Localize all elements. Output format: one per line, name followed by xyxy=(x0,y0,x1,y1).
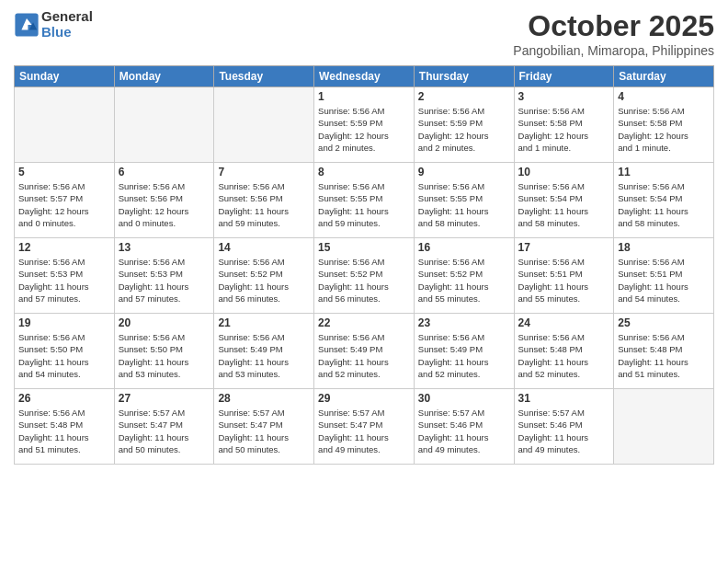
sunrise-text: Sunrise: 5:56 AM xyxy=(218,332,284,342)
sunset-text: Sunset: 5:55 PM xyxy=(318,193,382,203)
day-number: 3 xyxy=(518,90,610,103)
sunset-text: Sunset: 5:52 PM xyxy=(418,269,483,279)
sunrise-text: Sunrise: 5:56 AM xyxy=(119,332,185,342)
table-row: 18Sunrise: 5:56 AMSunset: 5:51 PMDayligh… xyxy=(614,238,714,314)
table-row: 31Sunrise: 5:57 AMSunset: 5:46 PMDayligh… xyxy=(514,389,614,465)
sunrise-text: Sunrise: 5:56 AM xyxy=(518,332,585,342)
day-number: 27 xyxy=(119,392,210,405)
sunset-text: Sunset: 5:59 PM xyxy=(318,118,382,128)
daylight-minutes-text: and 49 minutes. xyxy=(318,444,381,454)
day-info: Sunrise: 5:56 AMSunset: 5:56 PMDaylight:… xyxy=(218,180,310,229)
daylight-minutes-text: and 56 minutes. xyxy=(218,293,280,304)
sunset-text: Sunset: 5:54 PM xyxy=(618,193,682,203)
header-saturday: Saturday xyxy=(614,66,714,87)
header-monday: Monday xyxy=(114,66,214,87)
day-number: 16 xyxy=(418,241,510,254)
table-row: 4Sunrise: 5:56 AMSunset: 5:58 PMDaylight… xyxy=(614,87,714,163)
day-number: 5 xyxy=(18,166,110,178)
day-number: 8 xyxy=(318,166,410,178)
table-row: 30Sunrise: 5:57 AMSunset: 5:46 PMDayligh… xyxy=(414,389,514,465)
day-number: 25 xyxy=(618,316,710,329)
daylight-minutes-text: and 52 minutes. xyxy=(318,369,381,379)
sunset-text: Sunset: 5:52 PM xyxy=(318,269,382,279)
sunrise-text: Sunrise: 5:56 AM xyxy=(618,181,684,191)
daylight-minutes-text: and 52 minutes. xyxy=(518,369,581,379)
table-row: 15Sunrise: 5:56 AMSunset: 5:52 PMDayligh… xyxy=(314,238,415,314)
daylight-minutes-text: and 0 minutes. xyxy=(119,218,176,228)
sunset-text: Sunset: 5:54 PM xyxy=(518,193,583,203)
daylight-minutes-text: and 59 minutes. xyxy=(318,218,381,228)
sunrise-text: Sunrise: 5:56 AM xyxy=(318,181,384,191)
daylight-hours-label: Daylight: 12 hours xyxy=(518,131,589,141)
day-info: Sunrise: 5:57 AMSunset: 5:46 PMDaylight:… xyxy=(418,407,510,455)
daylight-minutes-text: and 57 minutes. xyxy=(18,293,81,304)
table-row: 17Sunrise: 5:56 AMSunset: 5:51 PMDayligh… xyxy=(514,238,614,314)
table-row: 25Sunrise: 5:56 AMSunset: 5:48 PMDayligh… xyxy=(614,314,714,389)
day-info: Sunrise: 5:56 AMSunset: 5:52 PMDaylight:… xyxy=(218,256,310,304)
table-row: 10Sunrise: 5:56 AMSunset: 5:54 PMDayligh… xyxy=(514,163,614,238)
daylight-hours-label: Daylight: 11 hours xyxy=(518,357,589,367)
sunrise-text: Sunrise: 5:57 AM xyxy=(218,408,284,418)
header: General Blue October 2025 Pangobilian, M… xyxy=(14,9,714,58)
daylight-minutes-text: and 59 minutes. xyxy=(218,218,280,228)
sunrise-text: Sunrise: 5:56 AM xyxy=(119,181,185,191)
sunset-text: Sunset: 5:58 PM xyxy=(518,118,583,128)
table-row: 28Sunrise: 5:57 AMSunset: 5:47 PMDayligh… xyxy=(214,389,314,465)
sunrise-text: Sunrise: 5:56 AM xyxy=(318,332,384,342)
calendar-week-row: 12Sunrise: 5:56 AMSunset: 5:53 PMDayligh… xyxy=(15,238,714,314)
table-row: 7Sunrise: 5:56 AMSunset: 5:56 PMDaylight… xyxy=(214,163,314,238)
day-number: 29 xyxy=(318,392,410,405)
sunrise-text: Sunrise: 5:56 AM xyxy=(18,332,85,342)
daylight-hours-label: Daylight: 11 hours xyxy=(518,206,589,216)
daylight-hours-label: Daylight: 11 hours xyxy=(18,357,89,367)
sunset-text: Sunset: 5:56 PM xyxy=(119,193,183,203)
calendar-week-row: 5Sunrise: 5:56 AMSunset: 5:57 PMDaylight… xyxy=(15,163,714,238)
sunrise-text: Sunrise: 5:56 AM xyxy=(418,332,484,342)
day-number: 19 xyxy=(18,316,110,329)
daylight-hours-label: Daylight: 11 hours xyxy=(119,282,189,292)
sunset-text: Sunset: 5:46 PM xyxy=(418,419,483,430)
day-number: 2 xyxy=(418,90,510,103)
table-row: 20Sunrise: 5:56 AMSunset: 5:50 PMDayligh… xyxy=(114,314,214,389)
day-number: 22 xyxy=(318,316,410,329)
header-thursday: Thursday xyxy=(414,66,514,87)
day-number: 4 xyxy=(618,90,710,103)
daylight-minutes-text: and 0 minutes. xyxy=(18,218,75,228)
day-number: 23 xyxy=(418,316,510,329)
sunset-text: Sunset: 5:49 PM xyxy=(318,344,382,354)
table-row: 8Sunrise: 5:56 AMSunset: 5:55 PMDaylight… xyxy=(314,163,415,238)
table-row: 16Sunrise: 5:56 AMSunset: 5:52 PMDayligh… xyxy=(414,238,514,314)
day-info: Sunrise: 5:56 AMSunset: 5:57 PMDaylight:… xyxy=(18,180,110,229)
daylight-hours-label: Daylight: 11 hours xyxy=(119,357,189,367)
day-number: 24 xyxy=(518,316,610,329)
daylight-hours-label: Daylight: 11 hours xyxy=(418,206,489,216)
daylight-minutes-text: and 49 minutes. xyxy=(518,444,581,454)
day-number: 18 xyxy=(618,241,710,254)
location-subtitle: Pangobilian, Mimaropa, Philippines xyxy=(513,43,714,58)
day-number: 30 xyxy=(418,392,510,405)
day-number: 1 xyxy=(318,90,410,103)
daylight-minutes-text: and 53 minutes. xyxy=(218,369,280,379)
day-number: 17 xyxy=(518,241,610,254)
table-row: 12Sunrise: 5:56 AMSunset: 5:53 PMDayligh… xyxy=(15,238,115,314)
sunset-text: Sunset: 5:47 PM xyxy=(218,419,282,430)
day-info: Sunrise: 5:57 AMSunset: 5:47 PMDaylight:… xyxy=(218,407,310,455)
daylight-hours-label: Daylight: 11 hours xyxy=(318,357,389,367)
day-info: Sunrise: 5:56 AMSunset: 5:50 PMDaylight:… xyxy=(119,331,210,380)
table-row: 27Sunrise: 5:57 AMSunset: 5:47 PMDayligh… xyxy=(114,389,214,465)
table-row: 3Sunrise: 5:56 AMSunset: 5:58 PMDaylight… xyxy=(514,87,614,163)
sunrise-text: Sunrise: 5:56 AM xyxy=(418,106,484,116)
day-number: 28 xyxy=(218,392,310,405)
day-info: Sunrise: 5:56 AMSunset: 5:55 PMDaylight:… xyxy=(318,180,410,229)
daylight-hours-label: Daylight: 12 hours xyxy=(418,131,489,141)
daylight-minutes-text: and 58 minutes. xyxy=(518,218,581,228)
daylight-minutes-text: and 52 minutes. xyxy=(418,369,481,379)
day-info: Sunrise: 5:56 AMSunset: 5:52 PMDaylight:… xyxy=(318,256,410,304)
table-row: 1Sunrise: 5:56 AMSunset: 5:59 PMDaylight… xyxy=(314,87,415,163)
table-row: 2Sunrise: 5:56 AMSunset: 5:59 PMDaylight… xyxy=(414,87,514,163)
table-row xyxy=(15,87,115,163)
day-info: Sunrise: 5:56 AMSunset: 5:51 PMDaylight:… xyxy=(518,256,610,304)
sunrise-text: Sunrise: 5:56 AM xyxy=(618,257,684,267)
sunset-text: Sunset: 5:50 PM xyxy=(119,344,183,354)
day-number: 9 xyxy=(418,166,510,178)
